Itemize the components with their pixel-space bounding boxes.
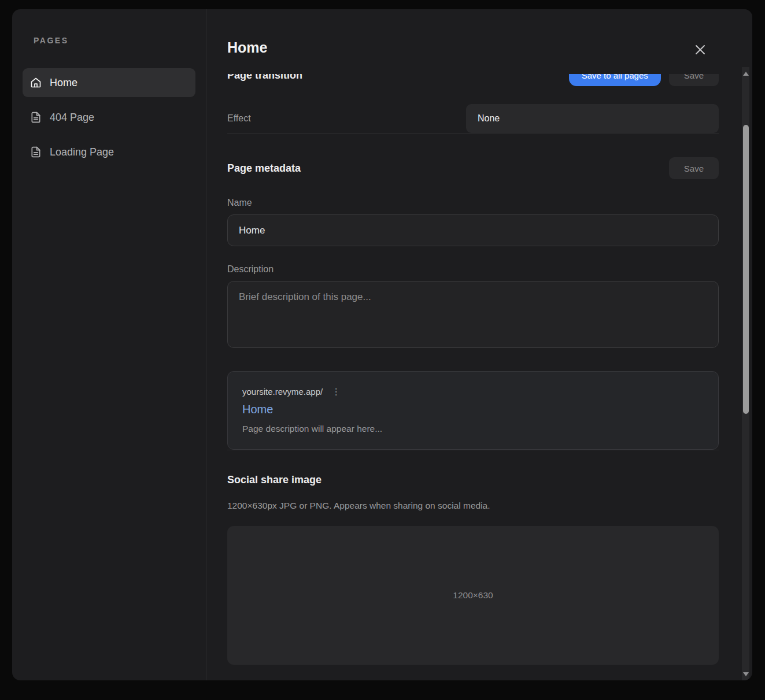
effect-select[interactable]: None [466,104,719,133]
section-divider [227,450,719,450]
preview-url: yoursite.revyme.app/ [242,387,323,397]
preview-description: Page description will appear here... [242,424,704,434]
pages-sidebar: PAGES Home 40 [12,9,206,680]
close-button[interactable] [693,43,708,58]
transition-save-button[interactable]: Save [669,74,719,86]
sidebar-item-label: Loading Page [50,146,114,158]
social-share-subtitle: 1200×630px JPG or PNG. Appears when shar… [227,501,719,511]
scroll-viewport: Page transition Save to all pages Save E… [206,74,740,680]
save-to-all-pages-button[interactable]: Save to all pages [569,74,661,86]
sidebar-item-label: 404 Page [50,112,94,124]
scroll-content: Page transition Save to all pages Save E… [206,74,740,665]
settings-panel: Home Page transition Save to all pages [206,9,752,680]
close-icon [693,50,707,58]
metadata-save-button[interactable]: Save [669,157,719,179]
panel-header: Home [206,9,752,74]
section-page-transition: Page transition Save to all pages Save E… [227,74,719,133]
name-label: Name [227,198,719,208]
sidebar-item-label: Home [50,77,77,89]
section-divider [227,133,719,134]
page-transition-heading: Page transition [227,74,302,82]
file-icon [30,112,42,123]
effect-selected-value: None [478,113,500,124]
social-image-upload-area[interactable]: 1200×630 [227,526,719,665]
name-input[interactable] [227,214,719,246]
sidebar-title: PAGES [34,36,206,45]
preview-title-link[interactable]: Home [242,403,704,416]
page-settings-modal: PAGES Home 40 [12,9,752,680]
search-preview-card: yoursite.revyme.app/ ⋮ Home Page descrip… [227,371,719,450]
vertical-scrollbar[interactable] [742,67,749,680]
image-dimensions-label: 1200×630 [453,590,493,601]
section-social-share: Social share image 1200×630px JPG or PNG… [227,474,719,665]
page-metadata-heading: Page metadata [227,162,301,175]
home-icon [30,77,42,88]
description-label: Description [227,264,719,275]
description-textarea[interactable] [227,281,719,348]
effect-label: Effect [227,113,251,124]
sidebar-list: Home 404 Page [12,68,206,166]
section-page-metadata: Page metadata Save Name Description your… [227,157,719,450]
file-icon [30,146,42,158]
sidebar-item-loading-page[interactable]: Loading Page [23,138,195,166]
scroll-up-arrow-icon[interactable] [742,69,749,77]
sidebar-item-home[interactable]: Home [23,68,195,97]
page-title: Home [227,39,267,56]
sidebar-item-404-page[interactable]: 404 Page [23,103,195,132]
social-share-heading: Social share image [227,474,719,486]
vertical-dots-icon[interactable]: ⋮ [331,387,341,397]
scrollbar-thumb[interactable] [743,125,749,414]
scroll-down-arrow-icon[interactable] [742,670,749,678]
